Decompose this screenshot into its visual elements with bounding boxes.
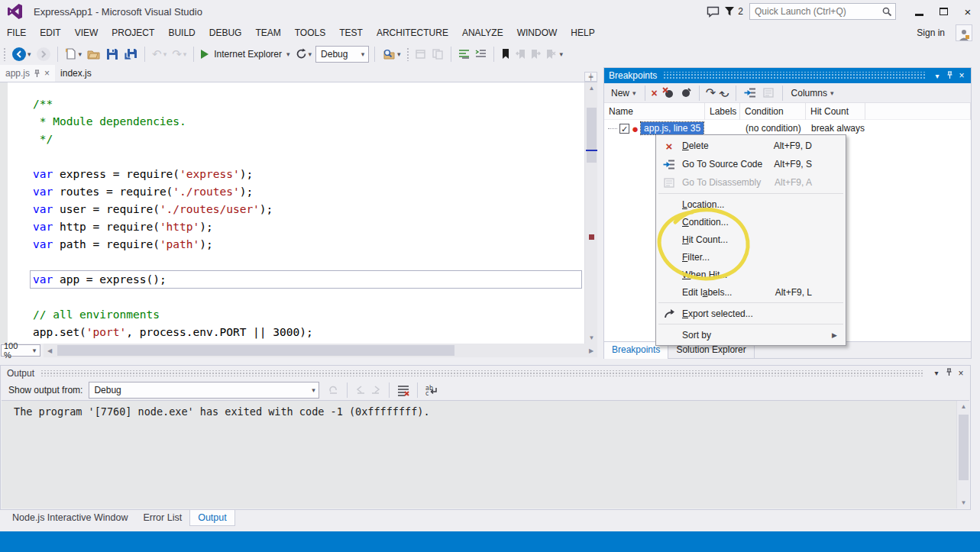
go-to-source-code-button[interactable] xyxy=(742,84,758,102)
scrollbar-thumb[interactable] xyxy=(587,108,597,163)
menu-item-condition[interactable]: Condition... xyxy=(656,213,846,231)
zoom-level-combo[interactable]: 100 % ▾ xyxy=(1,344,40,357)
notifications-filter-icon[interactable] xyxy=(723,2,736,21)
save-button[interactable] xyxy=(105,45,120,63)
window-position-dropdown-icon[interactable]: ▾ xyxy=(931,72,943,80)
menu-tools[interactable]: TOOLS xyxy=(288,23,332,43)
minimize-button[interactable] xyxy=(907,0,931,23)
menu-item-hit-count[interactable]: Hit Count... xyxy=(656,231,846,248)
auto-hide-pin-icon[interactable] xyxy=(943,71,956,81)
navigate-backward-button[interactable]: ▾ xyxy=(11,45,33,63)
editor-horizontal-scrollbar[interactable]: ◀ ▶ xyxy=(44,344,597,357)
output-title-bar[interactable]: Output ▾ × xyxy=(1,366,970,380)
output-vertical-scrollbar[interactable]: ▲ ▼ xyxy=(956,401,969,508)
tab-index-js[interactable]: index.js xyxy=(55,65,97,82)
toolbar-overflow-icon[interactable]: ▾ xyxy=(560,50,564,58)
window-tab-node.js-interactive-window[interactable]: Node.js Interactive Window xyxy=(5,510,135,525)
column-header-labels[interactable]: Labels xyxy=(705,103,740,120)
editor-vertical-scrollbar[interactable]: ╪ ▲ ▼ xyxy=(584,82,597,344)
breakpoints-title-bar[interactable]: Breakpoints ▾ × xyxy=(604,68,971,83)
delete-all-breakpoints-button[interactable] xyxy=(661,84,676,102)
code-editor[interactable]: /** * Module dependencies. */ var expres… xyxy=(0,82,597,344)
window-tab-error-list[interactable]: Error List xyxy=(135,510,189,525)
menu-item-filter[interactable]: Filter... xyxy=(656,248,846,266)
menu-item-edit-labels[interactable]: Edit labels...Alt+F9, L xyxy=(656,283,846,301)
uncomment-lines-button[interactable] xyxy=(474,45,488,63)
refresh-button[interactable]: ▾ xyxy=(294,45,314,63)
solution-configuration-combo[interactable]: Debug ▾ xyxy=(315,46,369,63)
scroll-up-button[interactable]: ▲ xyxy=(957,401,970,412)
dropdown-arrow-icon[interactable]: ▾ xyxy=(79,50,82,58)
close-panel-icon[interactable]: × xyxy=(955,368,967,379)
menu-build[interactable]: BUILD xyxy=(161,23,202,43)
new-file-button[interactable]: ▾ xyxy=(63,45,84,63)
comment-lines-button[interactable] xyxy=(457,45,471,63)
column-header-name[interactable]: Name xyxy=(604,103,705,120)
close-tab-icon[interactable]: × xyxy=(44,68,50,79)
close-panel-icon[interactable]: × xyxy=(956,70,968,81)
menu-help[interactable]: HELP xyxy=(564,23,601,43)
splitter-handle[interactable]: ╪ xyxy=(584,72,597,82)
clear-all-icon[interactable] xyxy=(397,385,409,396)
menu-view[interactable]: VIEW xyxy=(68,23,105,43)
toggle-bookmark-button[interactable] xyxy=(500,45,512,63)
menu-edit[interactable]: EDIT xyxy=(33,23,67,43)
code-token: './routes' xyxy=(173,186,239,198)
toolbar-grip[interactable] xyxy=(3,47,7,61)
window-position-dropdown-icon[interactable]: ▾ xyxy=(930,369,943,377)
output-log[interactable]: The program '[7760] node.exe' has exited… xyxy=(2,400,969,508)
save-all-button[interactable] xyxy=(122,45,139,63)
menu-team[interactable]: TEAM xyxy=(248,23,287,43)
pin-icon[interactable] xyxy=(34,69,40,78)
columns-button[interactable]: Columns ▾ xyxy=(789,88,836,98)
menu-item-sort-by[interactable]: Sort by▶ xyxy=(656,326,846,344)
breakpoint-name[interactable]: app.js, line 35 xyxy=(641,122,703,134)
start-debug-button[interactable]: Internet Explorer ▾ xyxy=(199,45,291,63)
menu-item-export-selected[interactable]: Export selected... xyxy=(656,305,846,322)
menu-window[interactable]: WINDOW xyxy=(510,23,564,43)
auto-hide-pin-icon[interactable] xyxy=(943,368,955,378)
menu-test[interactable]: TEST xyxy=(332,23,370,43)
export-breakpoints-icon[interactable]: ↷ xyxy=(706,86,716,100)
breakpoint-enabled-checkbox[interactable]: ✓ xyxy=(619,124,629,134)
dropdown-arrow-icon[interactable]: ▾ xyxy=(27,50,31,58)
find-in-files-button[interactable]: ▾ xyxy=(380,45,403,63)
window-tab-output[interactable]: Output xyxy=(189,510,235,526)
scroll-right-button[interactable]: ▶ xyxy=(585,347,597,354)
menu-item-location[interactable]: Location... xyxy=(656,195,846,213)
word-wrap-icon[interactable]: abc xyxy=(425,385,438,396)
user-avatar-icon[interactable] xyxy=(956,24,972,41)
menu-architecture[interactable]: ARCHITECTURE xyxy=(370,23,455,43)
menu-debug[interactable]: DEBUG xyxy=(202,23,249,43)
column-header-hit-count[interactable]: Hit Count xyxy=(806,103,865,120)
menu-item-when-hit[interactable]: When Hit... xyxy=(656,266,846,283)
open-file-button[interactable] xyxy=(86,45,102,63)
menu-file[interactable]: FILE xyxy=(0,23,33,43)
menu-project[interactable]: PROJECT xyxy=(105,23,161,43)
disable-all-breakpoints-button[interactable] xyxy=(679,84,693,102)
scrollbar-thumb[interactable] xyxy=(57,345,454,356)
new-breakpoint-button[interactable]: New ▾ xyxy=(609,88,639,98)
feedback-icon[interactable] xyxy=(703,2,723,21)
delete-breakpoint-button[interactable]: × xyxy=(652,87,658,99)
menu-item-delete[interactable]: ×DeleteAlt+F9, D xyxy=(656,137,846,155)
quick-launch-box[interactable] xyxy=(749,3,896,20)
tab-app-js[interactable]: app.js × xyxy=(0,65,55,82)
breakpoint-margin[interactable] xyxy=(0,82,8,344)
scroll-left-button[interactable]: ◀ xyxy=(44,347,56,354)
menu-analyze[interactable]: ANALYZE xyxy=(455,23,510,43)
menu-item-go-to-source-code[interactable]: Go To Source CodeAlt+F9, S xyxy=(656,155,846,173)
quick-launch-input[interactable] xyxy=(755,6,881,17)
sign-in-button[interactable]: Sign in xyxy=(917,27,945,38)
toolbar-grip[interactable] xyxy=(406,47,410,61)
scroll-down-button[interactable]: ▼ xyxy=(585,332,598,344)
output-source-combo[interactable]: Debug ▾ xyxy=(89,382,319,399)
import-breakpoints-icon[interactable]: ↶ xyxy=(719,86,729,100)
code-area[interactable]: /** * Module dependencies. */ var expres… xyxy=(8,82,584,344)
scrollbar-thumb[interactable] xyxy=(959,415,969,480)
column-header-condition[interactable]: Condition xyxy=(740,103,806,120)
maximize-button[interactable] xyxy=(931,0,956,23)
scroll-down-button[interactable]: ▼ xyxy=(957,497,970,508)
close-button[interactable]: × xyxy=(956,0,980,23)
scroll-up-button[interactable]: ▲ xyxy=(585,82,598,94)
